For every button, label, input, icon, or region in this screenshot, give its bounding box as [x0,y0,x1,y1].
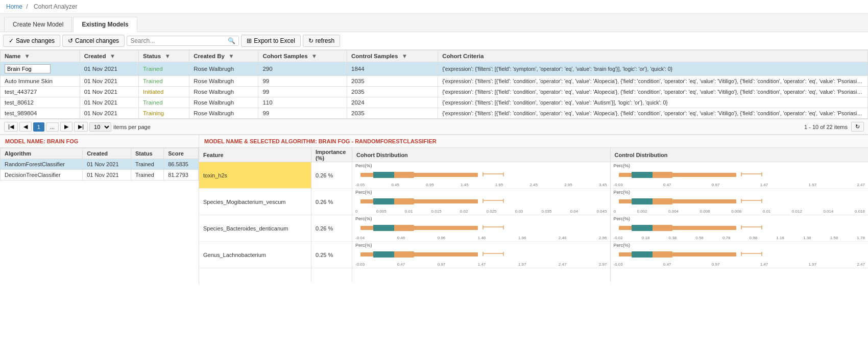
page-1-button[interactable]: 1 [33,122,44,132]
ellipsis-button[interactable]: ... [46,122,59,132]
breadcrumb-home[interactable]: Home [6,3,22,10]
table-row[interactable]: Auto Immune Skin01 Nov 2021TrainedRose W… [1,76,868,87]
tab-create-new-model[interactable]: Create New Model [4,17,72,32]
status-badge: Initiated [143,89,163,95]
algo-col-score: Score [164,148,199,159]
algo-row[interactable]: DecisionTreeClassifier01 Nov 2021Trained… [1,170,199,181]
control-bar-area [614,195,865,209]
filter-createdby-button[interactable]: ▼ [228,53,234,59]
pagination-bar: |◀ ◀ 1 ... ▶ ▶| 10 25 50 items per page … [0,119,868,134]
cell: 2024 [347,97,438,108]
cohort-bar-area [355,248,607,262]
per-page-selector: 10 25 50 items per page [89,122,151,132]
prev-page-button[interactable]: ◀ [19,122,32,132]
control-axis: -0.020.180.380.580.780.981.181.381.581.7… [614,236,865,240]
first-page-button[interactable]: |◀ [4,122,18,132]
filter-status-button[interactable]: ▼ [164,53,170,59]
toolbar: ✓ Save changes ↺ Cancel changes 🔍 ⊞ Expo… [0,32,868,50]
refresh-icon: ↻ [308,37,314,44]
importance-value: 0.26 % [311,162,352,189]
tab-existing-models[interactable]: Existing Models [73,17,137,32]
right-panel-title: MODEL NAME & SELECTED ALGORITHM: BRAIN F… [199,135,868,148]
tab-bar: Create New Model Existing Models [0,14,868,32]
per-page-select[interactable]: 10 25 50 [89,122,111,132]
filter-cohortsamples-button[interactable]: ▼ [311,53,317,59]
table-row[interactable]: test_98980401 Nov 2021TrainingRose Walbr… [1,108,868,119]
export-icon: ⊞ [247,37,252,44]
cell: 99 [258,76,347,87]
name-input[interactable] [5,64,51,73]
svg-rect-38 [632,225,653,231]
cohort-perc-label: Perc(%) [355,243,607,248]
dist-chart [614,248,772,260]
cohort-chart-cell: Perc(%) -0.040.460.961.461.962.462.96 [352,215,610,242]
criteria-cell: {'expression': {'filters': [{'field': 's… [438,62,868,76]
table-row[interactable]: 01 Nov 2021TrainedRose Walbrugh2901844{'… [1,62,868,76]
cohort-bar-area [355,169,607,182]
refresh-button[interactable]: ↻ refresh [303,35,340,47]
search-box[interactable]: 🔍 [127,36,239,46]
control-bar-area [614,169,865,182]
cancel-changes-button[interactable]: ↺ Cancel changes [62,35,125,47]
table-row[interactable]: test_44372701 Nov 2021InitiatedRose Walb… [1,87,868,97]
importance-value: 0.25 % [311,242,352,268]
cohort-axis: 00.0050.010.0150.020.0250.030.0350.040.0… [355,209,607,214]
search-input[interactable] [130,37,228,44]
svg-rect-44 [632,251,653,258]
left-algorithm-panel: MODEL NAME: BRAIN FOG Algorithm Created … [0,135,199,285]
search-icon: 🔍 [228,37,235,44]
feature-name: Species_Mogibacterium_vescum [199,189,311,215]
criteria-cell: {'expression': {'filters': [{'field': 'c… [438,97,868,108]
cell: 01 Nov 2021 [80,108,138,119]
svg-rect-32 [632,198,653,204]
filter-controlsamples-button[interactable]: ▼ [402,53,407,59]
control-perc-label: Perc(%) [614,243,865,248]
algo-col-status: Status [131,148,163,159]
control-chart-cell: Perc(%) 00.0020.0040.0060.0080.010.0120.… [611,189,869,215]
cell: 99 [258,108,347,119]
algo-row[interactable]: RandomForestClassifier01 Nov 2021Trained… [1,159,199,170]
export-excel-button[interactable]: ⊞ Export to Excel [241,35,301,47]
next-page-button[interactable]: ▶ [60,122,73,132]
cell: 2035 [347,76,438,87]
page-info: 1 - 10 of 22 items [804,124,848,130]
refresh-page-button[interactable]: ↻ [851,122,864,132]
dist-chart [355,169,514,180]
control-perc-label: Perc(%) [614,163,865,168]
left-panel-title: MODEL NAME: BRAIN FOG [0,135,199,148]
algorithm-table: Algorithm Created Status Score RandomFor… [0,148,199,181]
col-header-created-by: Created By ▼ [189,50,258,62]
svg-rect-8 [373,198,394,204]
name-cell: test_989804 [1,108,80,119]
col-header-status: Status ▼ [139,50,189,62]
control-chart-cell: Perc(%) -0.020.180.380.580.780.981.181.3… [611,215,869,242]
dist-chart [614,169,772,180]
col-header-control-samples: Control Samples ▼ [347,50,438,62]
last-page-button[interactable]: ▶| [74,122,88,132]
filter-name-button[interactable]: ▼ [25,53,30,59]
cohort-bar-area [355,222,607,235]
svg-rect-2 [373,172,394,178]
svg-rect-20 [373,251,394,258]
algo-col-created: Created [83,148,131,159]
control-axis: -0.030.470.971.471.972.47 [614,183,865,187]
cell: Rose Walbrugh [189,97,258,108]
filter-created-button[interactable]: ▼ [110,53,115,59]
checkmark-icon: ✓ [9,37,14,44]
save-changes-button[interactable]: ✓ Save changes [3,35,60,47]
breadcrumb-separator: / [26,3,28,10]
cell: 01 Nov 2021 [80,62,138,76]
cohort-perc-label: Perc(%) [355,190,607,195]
cohort-perc-label: Perc(%) [355,216,607,221]
feature-name: toxin_h2s [199,162,311,189]
control-bar-area [614,222,865,235]
cell: 2035 [347,87,438,97]
control-axis: 00.0020.0040.0060.0080.010.0120.0140.016 [614,209,865,214]
cohort-col-header: Cohort Distribution [352,148,610,162]
feature-col-header: Feature [199,148,311,162]
items-per-page-label: items per page [113,124,151,130]
cell: 01 Nov 2021 [80,87,138,97]
importance-value: 0.26 % [311,215,352,242]
feature-column: Feature toxin_h2sSpecies_Mogibacterium_v… [199,148,311,282]
table-row[interactable]: test_8061201 Nov 2021TrainedRose Walbrug… [1,97,868,108]
